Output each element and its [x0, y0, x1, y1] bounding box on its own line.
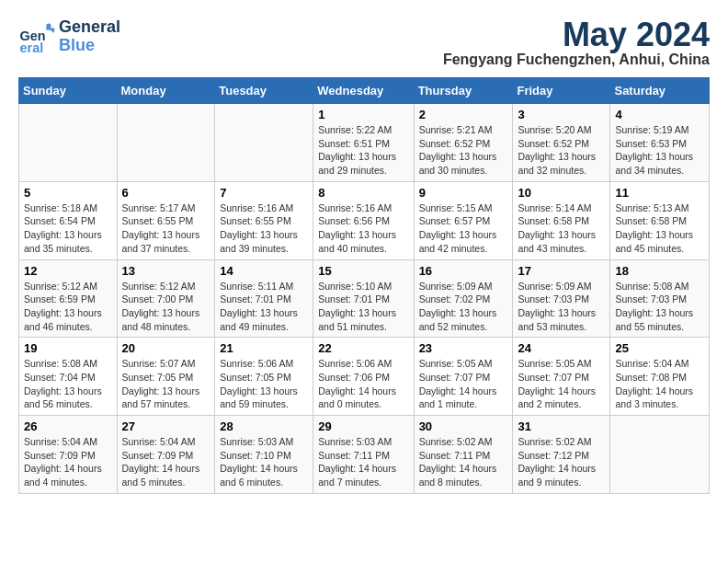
calendar-cell: 27Sunrise: 5:04 AM Sunset: 7:09 PM Dayli… — [117, 416, 215, 494]
day-number: 31 — [518, 419, 605, 433]
day-info: Sunrise: 5:18 AM Sunset: 6:54 PM Dayligh… — [24, 201, 112, 256]
calendar-cell: 14Sunrise: 5:11 AM Sunset: 7:01 PM Dayli… — [215, 259, 313, 338]
weekday-header: Sunday — [19, 78, 118, 104]
calendar-cell — [215, 104, 313, 182]
day-info: Sunrise: 5:22 AM Sunset: 6:51 PM Dayligh… — [318, 123, 408, 178]
logo: Gen eral General Blue — [18, 18, 120, 55]
day-info: Sunrise: 5:12 AM Sunset: 6:59 PM Dayligh… — [24, 280, 112, 334]
day-number: 19 — [24, 341, 112, 355]
day-info: Sunrise: 5:04 AM Sunset: 7:09 PM Dayligh… — [24, 435, 112, 489]
day-info: Sunrise: 5:12 AM Sunset: 7:00 PM Dayligh… — [122, 280, 210, 334]
day-number: 21 — [220, 341, 308, 355]
calendar-cell — [610, 416, 710, 494]
day-info: Sunrise: 5:17 AM Sunset: 6:55 PM Dayligh… — [122, 201, 210, 256]
day-info: Sunrise: 5:08 AM Sunset: 7:04 PM Dayligh… — [24, 357, 112, 411]
weekday-header: Thursday — [414, 78, 513, 104]
day-number: 14 — [220, 264, 308, 278]
day-number: 26 — [24, 419, 112, 433]
calendar-cell: 5Sunrise: 5:18 AM Sunset: 6:54 PM Daylig… — [19, 181, 118, 259]
day-number: 6 — [122, 186, 210, 200]
day-info: Sunrise: 5:14 AM Sunset: 6:58 PM Dayligh… — [518, 201, 605, 256]
calendar-cell: 24Sunrise: 5:05 AM Sunset: 7:07 PM Dayli… — [513, 338, 610, 416]
day-info: Sunrise: 5:02 AM Sunset: 7:12 PM Dayligh… — [518, 435, 605, 489]
day-number: 1 — [318, 108, 408, 121]
day-info: Sunrise: 5:04 AM Sunset: 7:09 PM Dayligh… — [122, 435, 210, 489]
day-info: Sunrise: 5:09 AM Sunset: 7:03 PM Dayligh… — [518, 280, 605, 334]
calendar-cell: 22Sunrise: 5:06 AM Sunset: 7:06 PM Dayli… — [313, 338, 414, 416]
day-number: 5 — [24, 186, 112, 200]
day-info: Sunrise: 5:10 AM Sunset: 7:01 PM Dayligh… — [318, 280, 408, 334]
day-info: Sunrise: 5:06 AM Sunset: 7:05 PM Dayligh… — [220, 357, 308, 411]
day-info: Sunrise: 5:15 AM Sunset: 6:57 PM Dayligh… — [419, 201, 508, 256]
day-info: Sunrise: 5:04 AM Sunset: 7:08 PM Dayligh… — [615, 357, 704, 411]
day-info: Sunrise: 5:07 AM Sunset: 7:05 PM Dayligh… — [122, 357, 210, 411]
day-info: Sunrise: 5:20 AM Sunset: 6:52 PM Dayligh… — [518, 123, 605, 178]
day-info: Sunrise: 5:06 AM Sunset: 7:06 PM Dayligh… — [318, 357, 408, 411]
calendar-cell: 19Sunrise: 5:08 AM Sunset: 7:04 PM Dayli… — [19, 338, 118, 416]
calendar-cell: 4Sunrise: 5:19 AM Sunset: 6:53 PM Daylig… — [610, 104, 710, 182]
day-info: Sunrise: 5:08 AM Sunset: 7:03 PM Dayligh… — [615, 280, 704, 334]
calendar-week-row: 19Sunrise: 5:08 AM Sunset: 7:04 PM Dayli… — [19, 338, 710, 416]
location-subtitle: Fengyang Fuchengzhen, Anhui, China — [443, 52, 710, 68]
weekday-header: Friday — [513, 78, 610, 104]
day-number: 16 — [419, 264, 508, 278]
day-number: 8 — [318, 186, 408, 200]
day-number: 7 — [220, 186, 308, 200]
day-number: 15 — [318, 264, 408, 278]
calendar-cell: 25Sunrise: 5:04 AM Sunset: 7:08 PM Dayli… — [610, 338, 710, 416]
calendar-cell: 30Sunrise: 5:02 AM Sunset: 7:11 PM Dayli… — [414, 416, 513, 494]
calendar-week-row: 1Sunrise: 5:22 AM Sunset: 6:51 PM Daylig… — [19, 104, 710, 182]
weekday-header: Wednesday — [313, 78, 414, 104]
day-info: Sunrise: 5:03 AM Sunset: 7:11 PM Dayligh… — [318, 435, 408, 489]
calendar-cell: 3Sunrise: 5:20 AM Sunset: 6:52 PM Daylig… — [513, 104, 610, 182]
calendar-header: SundayMondayTuesdayWednesdayThursdayFrid… — [19, 78, 710, 104]
calendar-cell: 8Sunrise: 5:16 AM Sunset: 6:56 PM Daylig… — [313, 181, 414, 259]
day-info: Sunrise: 5:02 AM Sunset: 7:11 PM Dayligh… — [419, 435, 508, 489]
calendar-week-row: 26Sunrise: 5:04 AM Sunset: 7:09 PM Dayli… — [19, 416, 710, 494]
calendar-cell: 20Sunrise: 5:07 AM Sunset: 7:05 PM Dayli… — [117, 338, 215, 416]
calendar-week-row: 5Sunrise: 5:18 AM Sunset: 6:54 PM Daylig… — [19, 181, 710, 259]
day-number: 28 — [220, 419, 308, 433]
day-number: 18 — [615, 264, 704, 278]
calendar-week-row: 12Sunrise: 5:12 AM Sunset: 6:59 PM Dayli… — [19, 259, 710, 338]
logo-general-text: General — [59, 18, 120, 37]
day-number: 24 — [518, 341, 605, 355]
calendar-cell: 1Sunrise: 5:22 AM Sunset: 6:51 PM Daylig… — [313, 104, 414, 182]
day-number: 9 — [419, 186, 508, 200]
calendar-cell: 26Sunrise: 5:04 AM Sunset: 7:09 PM Dayli… — [19, 416, 118, 494]
svg-text:eral: eral — [20, 40, 44, 55]
calendar-cell: 17Sunrise: 5:09 AM Sunset: 7:03 PM Dayli… — [513, 259, 610, 338]
day-info: Sunrise: 5:16 AM Sunset: 6:55 PM Dayligh… — [220, 201, 308, 256]
day-number: 2 — [419, 108, 508, 121]
weekday-header: Monday — [117, 78, 215, 104]
day-number: 12 — [24, 264, 112, 278]
logo-blue-text: Blue — [59, 37, 120, 55]
calendar-cell — [19, 104, 118, 182]
calendar-cell: 9Sunrise: 5:15 AM Sunset: 6:57 PM Daylig… — [414, 181, 513, 259]
calendar-cell: 21Sunrise: 5:06 AM Sunset: 7:05 PM Dayli… — [215, 338, 313, 416]
calendar-cell: 7Sunrise: 5:16 AM Sunset: 6:55 PM Daylig… — [215, 181, 313, 259]
calendar-cell: 12Sunrise: 5:12 AM Sunset: 6:59 PM Dayli… — [19, 259, 118, 338]
page-header: Gen eral General Blue May 2024 Fengyang … — [18, 18, 710, 68]
logo-icon: Gen eral — [18, 18, 55, 55]
day-number: 10 — [518, 186, 605, 200]
day-number: 22 — [318, 341, 408, 355]
weekday-header: Tuesday — [215, 78, 313, 104]
weekday-header: Saturday — [610, 78, 710, 104]
calendar-cell: 18Sunrise: 5:08 AM Sunset: 7:03 PM Dayli… — [610, 259, 710, 338]
day-info: Sunrise: 5:21 AM Sunset: 6:52 PM Dayligh… — [419, 123, 508, 178]
day-info: Sunrise: 5:05 AM Sunset: 7:07 PM Dayligh… — [419, 357, 508, 411]
calendar-cell — [117, 104, 215, 182]
calendar-cell: 2Sunrise: 5:21 AM Sunset: 6:52 PM Daylig… — [414, 104, 513, 182]
day-info: Sunrise: 5:13 AM Sunset: 6:58 PM Dayligh… — [615, 201, 704, 256]
logo-text: General Blue — [59, 18, 120, 55]
day-info: Sunrise: 5:05 AM Sunset: 7:07 PM Dayligh… — [518, 357, 605, 411]
calendar-cell: 23Sunrise: 5:05 AM Sunset: 7:07 PM Dayli… — [414, 338, 513, 416]
day-info: Sunrise: 5:09 AM Sunset: 7:02 PM Dayligh… — [419, 280, 508, 334]
day-info: Sunrise: 5:19 AM Sunset: 6:53 PM Dayligh… — [615, 123, 704, 178]
calendar-cell: 15Sunrise: 5:10 AM Sunset: 7:01 PM Dayli… — [313, 259, 414, 338]
day-number: 13 — [122, 264, 210, 278]
calendar-cell: 16Sunrise: 5:09 AM Sunset: 7:02 PM Dayli… — [414, 259, 513, 338]
title-block: May 2024 Fengyang Fuchengzhen, Anhui, Ch… — [443, 18, 710, 68]
day-info: Sunrise: 5:16 AM Sunset: 6:56 PM Dayligh… — [318, 201, 408, 256]
